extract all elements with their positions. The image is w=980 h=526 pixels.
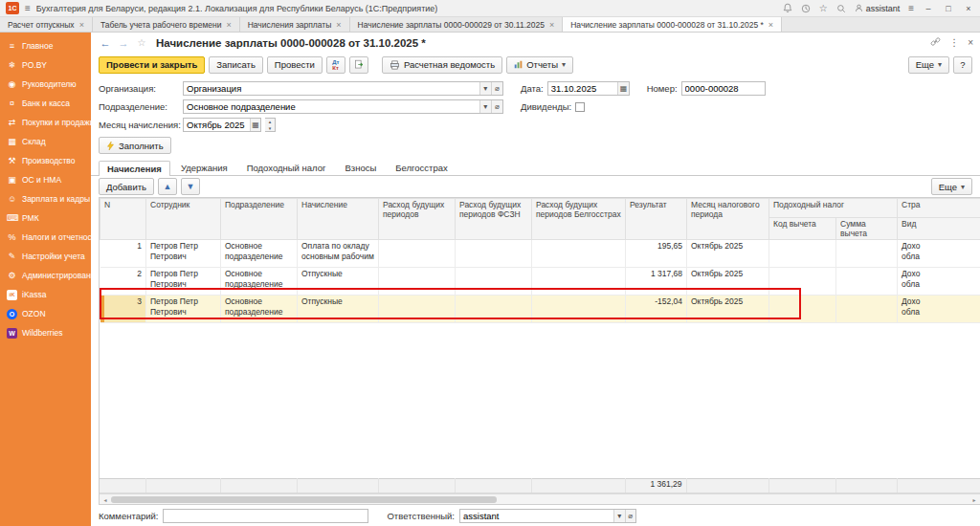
cell-tax-month[interactable]: Октябрь 2025 [687, 268, 769, 296]
post-button[interactable]: Провести [267, 56, 323, 74]
sidebar-item-purchases-sales[interactable]: ⇄Покупки и продажи [0, 113, 91, 132]
cell-department[interactable]: Основное подразделение [221, 268, 298, 296]
close-window-button[interactable]: × [963, 4, 974, 13]
cell-tax-month[interactable]: Октябрь 2025 [687, 296, 769, 323]
scroll-left-icon[interactable]: ◂ [100, 496, 111, 503]
cell-department[interactable]: Основное подразделение [221, 240, 298, 268]
cell-income-kind[interactable]: Дохо обла [898, 240, 980, 268]
write-button[interactable]: Записать [209, 56, 263, 74]
notifications-icon[interactable] [783, 3, 792, 13]
scrollbar-thumb[interactable] [111, 496, 497, 503]
favorites-star-icon[interactable]: ☆ [819, 4, 828, 13]
number-input[interactable] [682, 82, 765, 95]
cell-income-kind[interactable]: Дохо обла [898, 296, 980, 323]
sidebar-item-taxes-reports[interactable]: %Налоги и отчетность [0, 228, 91, 247]
calendar-icon[interactable]: ▦ [617, 82, 628, 95]
fill-button[interactable]: Заполнить [99, 137, 171, 154]
maximize-button[interactable]: □ [943, 4, 954, 13]
col-header-income-kind[interactable]: Вид [898, 218, 980, 240]
cell-deduction-sum[interactable] [836, 240, 898, 268]
number-field[interactable] [681, 81, 766, 96]
show-postings-button[interactable]: ДтКт [326, 56, 345, 74]
date-input[interactable] [548, 82, 618, 95]
get-link-icon[interactable] [930, 36, 941, 49]
cell-deduction-sum[interactable] [836, 296, 898, 323]
cell-result[interactable]: 195,65 [626, 240, 687, 268]
grid-more-button[interactable]: Еще▾ [931, 178, 972, 195]
accrual-month-field[interactable]: ▦ [183, 118, 261, 132]
open-ref-icon[interactable]: ⌀ [625, 510, 635, 522]
pay-sheet-button[interactable]: Расчетная ведомость [382, 56, 502, 74]
cell-rbp-belgosstrakh[interactable] [532, 240, 626, 268]
col-group-income-tax[interactable]: Подоходный налог [769, 199, 898, 218]
tab-close-icon[interactable]: × [226, 20, 231, 30]
col-header-employee[interactable]: Сотрудник [146, 199, 221, 240]
back-button[interactable]: ← [98, 37, 113, 49]
history-icon[interactable] [801, 4, 811, 13]
col-group-insurance[interactable]: Стра [898, 199, 980, 218]
cell-rbp-belgosstrakh[interactable] [532, 296, 626, 323]
tab-close-icon[interactable]: × [549, 20, 554, 30]
col-header-deduction-sum[interactable]: Сумма вычета [836, 218, 898, 240]
organization-input[interactable] [184, 82, 479, 95]
help-button[interactable]: ? [953, 56, 972, 74]
cell-rbp-fszn[interactable] [456, 240, 532, 268]
sidebar-item-accounting-settings[interactable]: ✎Настройки учета [0, 247, 91, 266]
cell-deduction-code[interactable] [769, 296, 836, 323]
cell-n[interactable]: 3 [100, 296, 146, 323]
tab-close-icon[interactable]: × [79, 20, 84, 30]
create-based-on-button[interactable] [349, 56, 368, 74]
move-row-up-button[interactable]: ▲ [158, 178, 177, 195]
grid-empty-area[interactable] [100, 323, 980, 478]
page-tab-accruals[interactable]: Начисления [99, 161, 170, 176]
col-header-result[interactable]: Результат [626, 199, 687, 240]
cell-rbp-belgosstrakh[interactable] [532, 268, 626, 296]
choose-dropdown-icon[interactable]: ▾ [479, 100, 491, 113]
organization-field[interactable]: ▾ ⌀ [183, 81, 503, 96]
cell-accrual[interactable]: Отпускные [298, 296, 379, 323]
accrual-month-input[interactable] [184, 119, 250, 131]
table-row-selected[interactable]: 3 Петров Петр Петрович Основное подразде… [100, 296, 980, 323]
choose-dropdown-icon[interactable]: ▾ [479, 82, 491, 95]
month-spinner[interactable]: ▴ ▾ [265, 118, 276, 132]
sidebar-item-ozon[interactable]: OOZON [0, 304, 91, 323]
col-header-n[interactable]: N [100, 199, 146, 240]
sidebar-item-bank-cash[interactable]: ¤Банк и касса [0, 94, 91, 113]
choose-dropdown-icon[interactable]: ▾ [613, 510, 624, 522]
close-document-icon[interactable]: × [968, 38, 973, 48]
cell-accrual[interactable]: Отпускные [298, 268, 379, 296]
col-header-department[interactable]: Подразделение [221, 199, 298, 240]
comment-field[interactable] [163, 509, 368, 523]
main-menu-icon[interactable]: ≡ [25, 4, 31, 13]
search-icon[interactable] [836, 4, 846, 13]
cell-rbp-fszn[interactable] [456, 296, 532, 323]
cell-deduction-code[interactable] [769, 268, 836, 296]
reports-button[interactable]: Отчеты ▾ [506, 56, 573, 74]
comment-input[interactable] [164, 510, 368, 522]
post-and-close-button[interactable]: Провести и закрыть [99, 56, 205, 74]
cell-employee[interactable]: Петров Петр Петрович [146, 296, 221, 323]
department-input[interactable] [184, 100, 479, 113]
col-header-tax-month[interactable]: Месяц налогового периода [687, 199, 769, 240]
sidebar-item-manager[interactable]: ◉Руководителю [0, 75, 91, 94]
cell-result[interactable]: 1 317,68 [626, 268, 687, 296]
sidebar-item-fixed-assets[interactable]: ▣ОС и НМА [0, 170, 91, 189]
tab-close-icon[interactable]: × [768, 20, 773, 30]
more-kebab-icon[interactable]: ⋮ [949, 38, 959, 48]
cell-rbp-fszn[interactable] [456, 268, 532, 296]
cell-employee[interactable]: Петров Петр Петрович [146, 240, 221, 268]
cell-department[interactable]: Основное подразделение [221, 296, 298, 323]
minimize-button[interactable]: – [923, 4, 934, 13]
cell-rbp[interactable] [379, 296, 456, 323]
sidebar-item-administration[interactable]: ⚙Администрирование [0, 266, 91, 285]
page-tab-deductions[interactable]: Удержания [172, 160, 236, 175]
calendar-icon[interactable]: ▦ [250, 119, 260, 131]
cell-employee[interactable]: Петров Петр Петрович [146, 268, 221, 296]
add-to-favorites-star-icon[interactable]: ☆ [134, 37, 149, 48]
cell-accrual[interactable]: Оплата по окладу основным рабочим [298, 240, 379, 268]
responsible-field[interactable]: ▾ ⌀ [459, 509, 636, 523]
sidebar-item-po-by[interactable]: ❄PO.BY [0, 55, 91, 75]
sidebar-item-rmk[interactable]: ⌨РМК [0, 208, 91, 228]
cell-rbp[interactable] [379, 268, 456, 296]
sidebar-item-warehouse[interactable]: ▦Склад [0, 132, 91, 151]
